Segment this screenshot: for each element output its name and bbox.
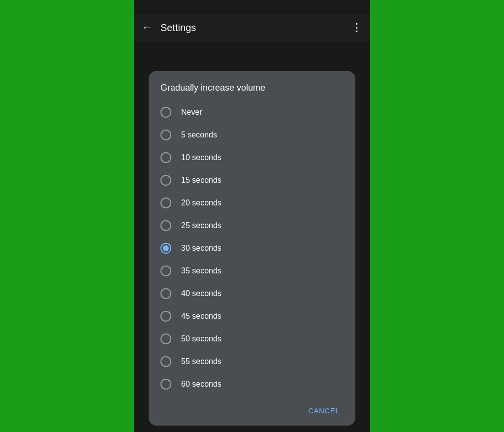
- radio-circle: [160, 220, 171, 231]
- radio-circle: [160, 152, 171, 163]
- phone-frame: ← Settings ⋮ Gradually increase volume N…: [134, 0, 370, 432]
- radio-item[interactable]: 5 seconds: [153, 124, 351, 146]
- radio-item[interactable]: 55 seconds: [153, 350, 351, 373]
- radio-item[interactable]: 10 seconds: [153, 146, 351, 169]
- radio-item[interactable]: 20 seconds: [153, 192, 351, 214]
- dialog-overlay: Gradually increase volume Never5 seconds…: [134, 41, 370, 432]
- radio-item[interactable]: 60 seconds: [153, 373, 351, 396]
- radio-circle: [160, 379, 171, 390]
- radio-item[interactable]: 50 seconds: [153, 328, 351, 350]
- radio-circle: [160, 243, 171, 254]
- radio-label: 55 seconds: [181, 357, 221, 366]
- radio-label: 35 seconds: [181, 266, 221, 275]
- radio-circle: [160, 266, 171, 276]
- radio-label: 30 seconds: [181, 244, 221, 253]
- radio-item[interactable]: 15 seconds: [153, 169, 351, 192]
- radio-label: 50 seconds: [181, 334, 221, 343]
- radio-circle: [160, 107, 171, 118]
- radio-item[interactable]: 30 seconds: [153, 237, 351, 260]
- app-title: Settings: [160, 22, 344, 33]
- dialog-title: Gradually increase volume: [153, 83, 351, 101]
- radio-item[interactable]: 35 seconds: [153, 260, 351, 282]
- back-icon[interactable]: ←: [142, 21, 153, 34]
- radio-label: 40 seconds: [181, 289, 221, 298]
- radio-item[interactable]: 40 seconds: [153, 282, 351, 305]
- radio-circle: [160, 130, 171, 140]
- radio-label: 20 seconds: [181, 199, 221, 207]
- radio-label: 60 seconds: [181, 380, 221, 389]
- radio-circle: [160, 311, 171, 322]
- cancel-button[interactable]: Cancel: [300, 401, 347, 420]
- radio-item[interactable]: Never: [153, 101, 351, 124]
- radio-circle: [160, 288, 171, 299]
- dialog-actions: Cancel: [153, 398, 351, 422]
- radio-circle: [160, 198, 171, 208]
- dialog: Gradually increase volume Never5 seconds…: [149, 71, 355, 426]
- radio-label: 10 seconds: [181, 153, 221, 162]
- radio-label: Never: [181, 108, 202, 117]
- status-bar: [134, 0, 370, 14]
- radio-label: 5 seconds: [181, 131, 217, 139]
- radio-label: 25 seconds: [181, 221, 221, 230]
- radio-circle: [160, 333, 171, 344]
- radio-label: 15 seconds: [181, 176, 221, 185]
- radio-options-list: Never5 seconds10 seconds15 seconds20 sec…: [153, 101, 351, 396]
- app-bar: ← Settings ⋮: [134, 14, 370, 41]
- radio-label: 45 seconds: [181, 312, 221, 321]
- radio-circle: [160, 356, 171, 367]
- more-options-icon[interactable]: ⋮: [351, 21, 362, 34]
- background-content: Gradually increase volume Never5 seconds…: [134, 41, 370, 432]
- radio-item[interactable]: 25 seconds: [153, 214, 351, 237]
- radio-item[interactable]: 45 seconds: [153, 305, 351, 328]
- radio-circle: [160, 175, 171, 186]
